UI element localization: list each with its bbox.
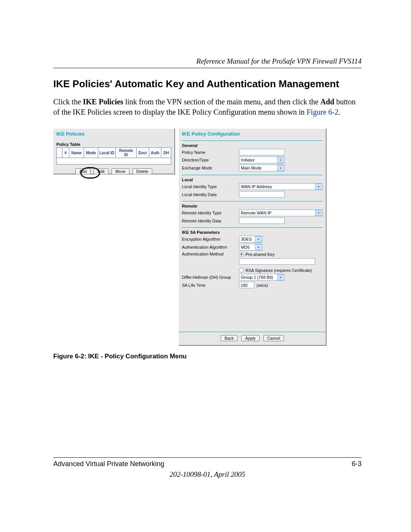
policy-name-label: Policy Name: [182, 150, 239, 155]
cancel-button[interactable]: Cancel: [263, 335, 284, 341]
edit-button[interactable]: Edit: [94, 168, 108, 174]
col-dh: DH: [161, 148, 171, 158]
chevron-down-icon: ▾: [315, 184, 322, 190]
dh-group-value: Group 1 (768 Bit): [241, 275, 273, 280]
intro-paragraph: Click the IKE Policies link from the VPN…: [53, 97, 362, 117]
policy-name-input[interactable]: [239, 149, 285, 155]
exchange-label: Exchange Mode: [182, 166, 239, 170]
footer-rule: [53, 457, 362, 458]
direction-label: Direction/Type: [182, 158, 239, 162]
chevron-down-icon: ▾: [277, 165, 284, 171]
text: link from the VPN section of the main me…: [123, 97, 320, 106]
sa-heading: IKE SA Parameters: [182, 230, 323, 235]
section-remote: Remote Remote Identity Type Remote WAN I…: [182, 201, 323, 227]
chevron-down-icon: ▾: [315, 210, 322, 216]
section-local: Local Local Identity Type WAN IP Address…: [182, 175, 323, 201]
ike-config-title: IKE Policy Configuration: [179, 131, 326, 137]
remote-id-data-input[interactable]: [239, 217, 285, 224]
sa-life-input[interactable]: [239, 282, 254, 288]
rsa-label: RSA Signature (requires Certificate): [245, 268, 312, 273]
auth-alg-label: Authentication Algorithm: [182, 245, 239, 249]
apply-button[interactable]: Apply: [241, 335, 260, 341]
chevron-down-icon: ▾: [255, 244, 261, 250]
policy-table-buttons: Add Edit Move Delete: [56, 168, 171, 174]
section-general: General Policy Name Direction/Type Initi…: [182, 141, 323, 175]
header-rule: [53, 68, 362, 68]
rsa-radio[interactable]: [239, 268, 244, 273]
ike-policies-panel: IKE Policies Policy Table # Name Mode Lo…: [53, 129, 175, 174]
dh-group-label: Diffie-Hellman (DH) Group: [182, 275, 239, 280]
text: Click the: [53, 97, 83, 106]
direction-value: Initiator: [241, 158, 255, 162]
sa-life-unit: (secs): [256, 283, 268, 288]
add-button[interactable]: Add: [75, 168, 91, 174]
remote-id-data-label: Remote Identity Data: [182, 219, 239, 223]
local-id-type-select[interactable]: WAN IP Address ▾: [239, 183, 323, 190]
chevron-down-icon: ▾: [277, 274, 284, 280]
col-remoteid: Remote ID: [116, 148, 137, 158]
general-heading: General: [182, 143, 323, 148]
policy-table-label: Policy Table: [56, 142, 171, 147]
table-row: [57, 158, 171, 165]
remote-id-type-label: Remote Identity Type: [182, 211, 239, 215]
back-button[interactable]: Back: [221, 335, 237, 341]
local-id-type-value: WAN IP Address: [241, 184, 272, 189]
enc-alg-value: 3DES: [241, 237, 252, 241]
auth-alg-select[interactable]: MD5 ▾: [239, 244, 263, 251]
config-footer-buttons: Back Apply Cancel: [179, 332, 326, 342]
auth-method-label: Authentication Method: [182, 252, 239, 256]
remote-id-type-select[interactable]: Remote WAN IP ▾: [239, 209, 323, 216]
auth-alg-value: MD5: [241, 245, 250, 249]
local-id-type-label: Local Identity Type: [182, 184, 239, 189]
col-select: [57, 148, 62, 158]
remote-id-type-value: Remote WAN IP: [241, 211, 271, 215]
col-encr: Encr: [137, 148, 149, 158]
psk-label: Pre-shared Key: [245, 252, 274, 257]
dh-group-select[interactable]: Group 1 (768 Bit) ▾: [239, 274, 285, 281]
footer-docrev: 202-10098-01, April 2005: [53, 470, 362, 479]
col-name: Name: [69, 148, 84, 158]
ike-config-panel: IKE Policy Configuration General Policy …: [179, 129, 327, 346]
enc-alg-label: Encryption Algorithm: [182, 237, 239, 241]
psk-input[interactable]: [239, 258, 315, 265]
rsa-radio-row[interactable]: RSA Signature (requires Certificate): [239, 268, 315, 273]
figure-reference-link[interactable]: Figure 6-2: [306, 108, 338, 116]
ike-policies-title: IKE Policies: [56, 131, 171, 137]
chevron-down-icon: ▾: [255, 236, 261, 242]
local-id-data-label: Local Identity Data: [182, 192, 239, 197]
col-mode: Mode: [84, 148, 98, 158]
bold-add: Add: [320, 97, 335, 106]
col-localid: Local ID: [98, 148, 116, 158]
remote-heading: Remote: [182, 204, 323, 208]
policy-table: # Name Mode Local ID Remote ID Encr Auth…: [56, 147, 171, 165]
figure-caption: Figure 6-2: IKE - Policy Configuration M…: [53, 353, 362, 360]
delete-button[interactable]: Delete: [132, 168, 152, 174]
psk-radio[interactable]: [239, 252, 244, 257]
footer-page: 6-3: [352, 460, 362, 468]
local-id-data-input[interactable]: [239, 191, 285, 198]
exchange-select[interactable]: Main Mode ▾: [239, 165, 285, 171]
psk-radio-row[interactable]: Pre-shared Key: [239, 252, 315, 257]
section-sa: IKE SA Parameters Encryption Algorithm 3…: [182, 227, 323, 292]
col-auth: Auth: [149, 148, 161, 158]
section-heading: IKE Policies' Automatic Key and Authenti…: [53, 78, 362, 90]
bold-ike-policies: IKE Policies: [83, 97, 123, 106]
exchange-value: Main Mode: [241, 166, 261, 170]
chevron-down-icon: ▾: [277, 157, 284, 163]
local-heading: Local: [182, 177, 323, 182]
table-header-row: # Name Mode Local ID Remote ID Encr Auth…: [57, 148, 171, 158]
col-num: #: [62, 148, 69, 158]
direction-select[interactable]: Initiator ▾: [239, 157, 285, 163]
enc-alg-select[interactable]: 3DES ▾: [239, 236, 263, 243]
sa-life-label: SA Life Time: [182, 283, 239, 288]
move-button[interactable]: Move: [112, 168, 129, 174]
text: .: [338, 108, 340, 116]
footer-chapter: Advanced Virtual Private Networking: [53, 460, 164, 468]
running-header: Reference Manual for the ProSafe VPN Fir…: [53, 57, 362, 66]
